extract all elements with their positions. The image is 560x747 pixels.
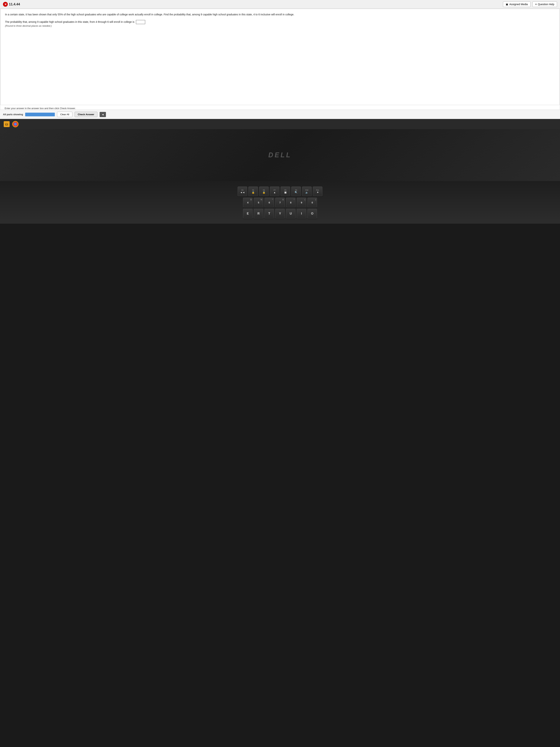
keyboard-fn-row: F4 ◄◄ F5 🔒 F6 🔒 F7 ▲ F8 ▣ F9 🔍 F10 🔈 F11 [4,186,556,196]
check-answer-button[interactable]: Check Answer [75,112,98,117]
assigned-media-icon: ▣ [506,3,508,6]
key-9[interactable]: ( 9 [297,198,306,207]
key-f9[interactable]: F9 🔍 [291,186,301,196]
main-content: In a certain state, it has been shown th… [0,9,560,105]
key-f5[interactable]: F5 🔒 [248,186,258,196]
key-4[interactable]: $ 4 [243,198,252,207]
assigned-media-label: Assigned Media [509,3,528,6]
nav-arrow-button[interactable]: ◄ [100,112,106,117]
key-f11[interactable]: F11 ✦ [313,186,322,196]
round-note: (Round to three decimal places as needed… [5,24,555,27]
question-help-icon: ≡ [535,3,537,6]
all-parts-label: All parts showing [3,113,23,116]
key-u[interactable]: U [286,209,296,218]
answer-input-box[interactable] [136,20,145,24]
bottom-bar: All parts showing Clear All Check Answer… [0,110,560,119]
key-0[interactable]: ) 0 [308,198,317,207]
laptop-body: DELL [0,129,560,181]
close-icon: ✕ [3,2,8,7]
taskbar: 🗂 [0,119,560,129]
dell-logo: DELL [268,151,292,159]
screen-area: ✕ 11.4.44 ▣ Assigned Media ≡ Question He… [0,0,560,129]
key-o[interactable]: O [308,209,317,218]
question-help-button[interactable]: ≡ Question Help [532,1,557,7]
chrome-icon[interactable] [12,121,19,127]
answer-section: The probability that, among 9 capable hi… [5,20,555,24]
question-id: 11.4.44 [9,2,20,6]
key-f7[interactable]: F7 ▲ [270,186,279,196]
assigned-media-button[interactable]: ▣ Assigned Media [503,1,531,7]
keyboard-area: F4 ◄◄ F5 🔒 F6 🔒 F7 ▲ F8 ▣ F9 🔍 F10 🔈 F11 [0,181,560,224]
keyboard-number-row: $ 4 % 5 ^ 6 & 7 * 8 ( 9 ) 0 [4,198,556,207]
folder-icon-symbol: 🗂 [5,122,8,126]
keyboard-letter-row: E R T Y U I O [4,209,556,218]
key-8[interactable]: * 8 [286,198,296,207]
question-text: In a certain state, it has been shown th… [5,12,555,17]
key-y[interactable]: Y [275,209,285,218]
clear-all-button[interactable]: Clear All [57,112,72,117]
key-f4[interactable]: F4 ◄◄ [238,186,247,196]
score-section: ✕ 11.4.44 [3,2,20,7]
key-f8[interactable]: F8 ▣ [281,186,290,196]
answer-prompt: The probability that, among 9 capable hi… [5,20,134,23]
key-f6[interactable]: F6 🔒 [259,186,269,196]
question-help-label: Question Help [538,3,554,6]
key-f10[interactable]: F10 🔈 [302,186,312,196]
folder-icon[interactable]: 🗂 [4,121,10,127]
key-e[interactable]: E [243,209,252,218]
top-bar: ✕ 11.4.44 ▣ Assigned Media ≡ Question He… [0,0,560,9]
key-t[interactable]: T [264,209,274,218]
instruction-text: Enter your answer in the answer box and … [5,107,555,110]
key-6[interactable]: ^ 6 [264,198,274,207]
key-r[interactable]: R [254,209,263,218]
key-7[interactable]: & 7 [275,198,285,207]
progress-bar [25,113,55,117]
top-right-buttons: ▣ Assigned Media ≡ Question Help [503,1,557,7]
close-button[interactable]: ✕ 11.4.44 [3,2,20,7]
key-5[interactable]: % 5 [254,198,263,207]
key-i[interactable]: I [297,209,306,218]
